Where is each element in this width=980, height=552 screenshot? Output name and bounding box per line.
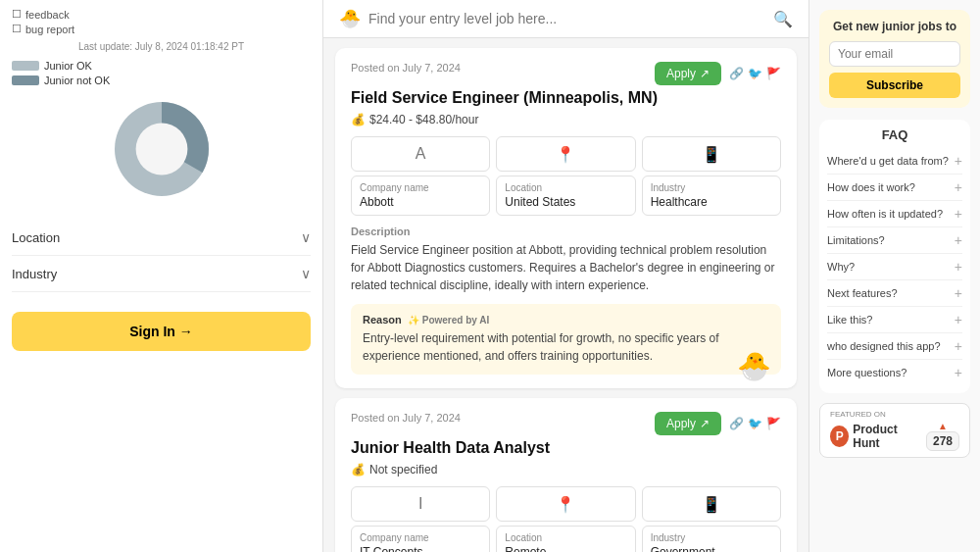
email-input[interactable] [829,41,960,67]
faq-item-6[interactable]: Like this? + [827,307,962,333]
faq-item-8[interactable]: More questions? + [827,360,962,385]
faq-item-7[interactable]: who designed this app? + [827,333,962,360]
email-title: Get new junior jobs to [829,20,960,33]
featured-label: FEATURED ON [830,410,959,419]
faq-item-2[interactable]: How often is it updated? + [827,201,962,227]
faq-plus-icon-2: + [955,206,962,222]
product-hunt-logo: P [830,426,849,447]
job-details-row-1: Company name Abbott Location United Stat… [351,176,781,216]
filter-location[interactable]: Location ∨ [12,220,311,256]
legend-color-junior-ok [12,61,39,71]
faq-item-5[interactable]: Next features? + [827,280,962,307]
industry-icon-2: 📱 [642,486,781,522]
faq-section: FAQ Where'd u get data from? + How does … [819,120,970,393]
share-icons-1: 🔗 🐦 🚩 [729,67,781,80]
external-link-icon-2: ↗ [700,417,710,430]
faq-plus-icon-0: + [955,153,962,169]
filter-industry[interactable]: Industry ∨ [12,256,311,292]
company-detail-1: Company name Abbott [351,176,490,216]
job-salary-1: 💰 $24.40 - $48.80/hour [351,113,781,126]
legend: Junior OK Junior not OK [12,60,110,86]
job-card-1: Posted on July 7, 2024 Apply ↗ 🔗 🐦 🚩 Fie… [335,48,797,388]
job-title-1: Field Service Engineer (Minneapolis, MN) [351,89,781,107]
filter-location-label: Location [12,230,60,245]
location-icon-2: 📍 [496,486,635,522]
chevron-down-icon: ∨ [301,266,311,281]
share-icons-2: 🔗 🐦 🚩 [729,417,781,430]
job-salary-2: 💰 Not specified [351,463,781,477]
faq-item-4[interactable]: Why? + [827,254,962,280]
flag-icon[interactable]: 🚩 [766,67,781,80]
main-content: 🐣 🔍 Posted on July 7, 2024 Apply ↗ 🔗 🐦 🚩… [323,0,808,552]
industry-detail-1: Industry Healthcare [642,176,781,216]
feedback-icon: ☐ [12,8,22,21]
flag-icon-2[interactable]: 🚩 [766,417,781,430]
salary-icon: 💰 [351,113,366,126]
faq-item-3[interactable]: Limitations? + [827,227,962,254]
link-icon-2[interactable]: 🔗 [729,417,744,430]
pie-chart [103,90,220,208]
search-icon: 🐣 [339,8,361,29]
faq-plus-icon-3: + [955,232,962,248]
email-subscription-box: Get new junior jobs to Subscribe [819,10,970,108]
bug-icon: ☐ [12,23,22,35]
reason-label-1: Reason ✨ Powered by AI [363,314,769,326]
job-card-2: Posted on July 7, 2024 Apply ↗ 🔗 🐦 🚩 Jun… [335,398,797,552]
product-hunt-badge[interactable]: FEATURED ON P Product Hunt ▲ 278 [819,403,970,458]
apply-button-1[interactable]: Apply ↗ [655,62,721,85]
company-icon-1: A [351,136,490,172]
mascot-emoji-1: 🐣 [737,350,771,382]
company-detail-2: Company name IT Concepts [351,526,490,552]
faq-plus-icon-8: + [955,365,962,380]
chart-section: Junior OK Junior not OK [12,60,311,208]
right-sidebar: Get new junior jobs to Subscribe FAQ Whe… [808,0,980,552]
reason-box-1: Reason ✨ Powered by AI Entry-level requi… [351,304,781,375]
faq-plus-icon-5: + [955,285,962,301]
job-icons-row-1: A 📍 📱 [351,136,781,172]
posted-date-1: Posted on July 7, 2024 [351,62,461,74]
filter-industry-label: Industry [12,267,57,281]
job-details-row-2: Company name IT Concepts Location Remote… [351,526,781,552]
ai-badge-1: ✨ Powered by AI [408,315,490,326]
feedback-links: ☐ feedback ☐ bug report [12,8,311,35]
job-header-2: Posted on July 7, 2024 Apply ↗ 🔗 🐦 🚩 [351,412,781,435]
job-title-2: Junior Health Data Analyst [351,439,781,457]
subscribe-button[interactable]: Subscribe [829,73,960,98]
salary-icon-2: 💰 [351,463,366,477]
faq-plus-icon-7: + [955,338,962,354]
bug-report-link[interactable]: ☐ bug report [12,23,311,35]
legend-label-junior-ok: Junior OK [44,60,92,72]
faq-item-0[interactable]: Where'd u get data from? + [827,148,962,175]
apply-button-2[interactable]: Apply ↗ [655,412,721,435]
industry-icon-1: 📱 [642,136,781,172]
sparkle-icon: ✨ [408,315,419,326]
faq-plus-icon-4: + [955,259,962,275]
job-icons-row-2: I 📍 📱 [351,486,781,522]
twitter-icon-2[interactable]: 🐦 [748,417,762,430]
svg-point-1 [135,124,187,176]
company-icon-2: I [351,486,490,522]
job-header-1: Posted on July 7, 2024 Apply ↗ 🔗 🐦 🚩 [351,62,781,85]
legend-item-junior-not-ok: Junior not OK [12,75,110,86]
faq-title: FAQ [827,127,962,142]
chevron-down-icon: ∨ [301,229,311,245]
link-icon[interactable]: 🔗 [729,67,744,80]
filter-section: Location ∨ Industry ∨ [12,220,311,292]
faq-plus-icon-1: + [955,179,962,195]
last-update: Last update: July 8, 2024 01:18:42 PT [12,41,311,52]
twitter-icon[interactable]: 🐦 [748,67,762,80]
legend-label-junior-not-ok: Junior not OK [44,75,110,86]
faq-item-1[interactable]: How does it work? + [827,175,962,201]
external-link-icon: ↗ [700,67,710,80]
product-hunt-score: 278 [926,431,959,451]
sign-in-button[interactable]: Sign In → [12,312,311,351]
search-input[interactable] [368,11,765,26]
location-detail-1: Location United States [496,176,635,216]
location-detail-2: Location Remote [496,526,635,552]
left-sidebar: ☐ feedback ☐ bug report Last update: Jul… [0,0,323,552]
location-icon-1: 📍 [496,136,635,172]
legend-color-junior-not-ok [12,75,39,85]
search-button[interactable]: 🔍 [773,10,793,28]
feedback-link[interactable]: ☐ feedback [12,8,311,21]
faq-plus-icon-6: + [955,312,962,327]
